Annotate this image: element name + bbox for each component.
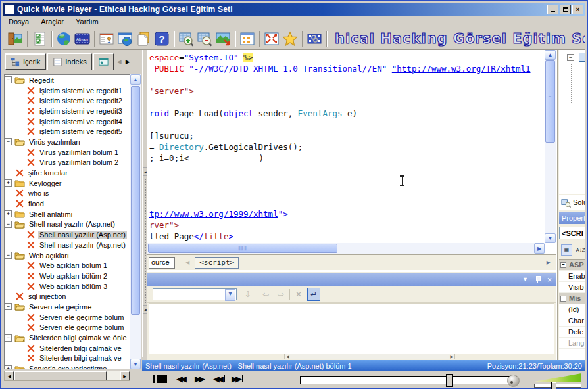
scroll-down-icon[interactable]: ▼ — [545, 233, 556, 243]
expand-plus-icon[interactable]: + — [5, 365, 12, 369]
tree-hscroll-thumb[interactable] — [14, 371, 107, 380]
property-row[interactable]: Char — [559, 315, 585, 327]
help-icon[interactable]: ? — [153, 30, 171, 48]
checklist-icon[interactable] — [30, 30, 49, 48]
expand-minus-icon[interactable]: − — [5, 221, 12, 228]
expand-plus-icon[interactable]: + — [5, 210, 12, 217]
tree-item[interactable]: işletim sistemi ve regedit2 — [5, 95, 130, 106]
scroll-right-icon[interactable]: ▶ — [120, 371, 130, 380]
word-wrap-icon[interactable]: ↵ — [307, 288, 320, 301]
tree-horizontal-scrollbar[interactable]: ◀ ▶ — [4, 371, 130, 381]
expand-minus-icon[interactable]: − — [5, 252, 12, 259]
tree-item[interactable]: Sitelerden bilgi çalmak ve — [5, 354, 130, 364]
tree-item[interactable]: flood — [5, 198, 130, 209]
tree-item[interactable]: −Regedit — [5, 75, 130, 85]
script-tag-button[interactable]: <script> — [195, 257, 239, 269]
new-document-icon[interactable] — [134, 30, 153, 48]
scroll-up-icon[interactable]: ▲ — [130, 74, 141, 85]
contact-card-icon[interactable] — [97, 30, 116, 48]
scroll-down-icon[interactable]: ▼ — [130, 359, 141, 369]
tree-item[interactable]: Web açıkları bölüm 1 — [5, 260, 130, 271]
clear-all-icon[interactable]: ✕ — [292, 288, 305, 301]
tree-item[interactable]: Shell nasıl yazılır (Asp.net) — [5, 240, 130, 250]
maximize-button[interactable] — [560, 5, 571, 14]
expand-plus-icon[interactable]: + — [5, 179, 12, 187]
tree-item[interactable]: −Web açıkları — [5, 250, 130, 261]
tree-item[interactable]: Web açıkları bölüm 3 — [5, 281, 130, 292]
tree-item[interactable]: işletim sistemi ve regedit1 — [5, 85, 130, 96]
property-row[interactable]: Lang — [559, 338, 585, 349]
scroll-left-icon[interactable]: ◀ — [286, 354, 289, 359]
tab-icerik[interactable]: İçerik — [5, 53, 46, 70]
tree-item[interactable]: +Server'a exe yerleştirme — [5, 363, 130, 369]
expand-minus-icon[interactable]: − — [5, 334, 12, 342]
panel-window-button[interactable] — [93, 53, 114, 70]
alphabetical-sort-icon[interactable]: A↓Z — [575, 244, 585, 256]
stop-button[interactable] — [159, 373, 167, 386]
tree-item[interactable]: Sitelerden bilgi çalmak ve — [5, 343, 130, 354]
tab-scroll-right[interactable]: ▶ — [124, 58, 132, 65]
property-row[interactable]: Defe — [559, 327, 585, 338]
menu-dosya[interactable]: Dosya — [3, 16, 35, 27]
tree-item[interactable]: −Serverı ele geçirme — [5, 302, 130, 312]
tag-next-icon[interactable]: ▶ — [547, 260, 551, 265]
fullscreen-icon[interactable] — [262, 30, 281, 48]
rewind-button[interactable]: ◀◀ — [176, 373, 187, 386]
tab-scroll-left[interactable]: ◀ — [115, 58, 124, 65]
tree-item[interactable]: +Shell anlatımı — [5, 209, 130, 219]
tree-item[interactable]: −Virüs yazılımları — [5, 137, 130, 147]
tree-item[interactable]: işletim sistemi ve regedit3 — [5, 106, 130, 116]
property-row[interactable]: (Id) — [559, 304, 585, 315]
scroll-up-icon[interactable]: ▲ — [545, 50, 556, 60]
expand-minus-icon[interactable]: − — [5, 138, 12, 145]
seek-thumb[interactable] — [446, 374, 453, 387]
source-tab[interactable]: ource — [149, 257, 175, 269]
minimize-button[interactable] — [547, 5, 558, 14]
subtitle-icon[interactable]: Altyazı — [73, 30, 91, 48]
expand-minus-icon[interactable]: − — [560, 296, 566, 302]
zoom-in-icon[interactable] — [177, 30, 195, 48]
globe-icon[interactable] — [55, 30, 73, 48]
goto-message-icon[interactable]: ⇩ — [241, 288, 255, 301]
tree-item[interactable]: Shell nasıl yazılır (Asp.net) — [5, 229, 130, 240]
scroll-right-icon[interactable]: ▶ — [534, 243, 545, 254]
tree-item[interactable]: Virüs yazılımları bölüm 1 — [5, 147, 130, 158]
star-favorite-icon[interactable] — [281, 30, 299, 48]
tree-item[interactable]: Web açıkları bölüm 2 — [5, 271, 130, 281]
tree-item[interactable]: Serverı ele geçirme bölüm — [5, 312, 130, 323]
tree-item[interactable]: Virüs yazılımları bölüm 2 — [5, 158, 130, 168]
expand-minus-icon[interactable]: − — [560, 262, 566, 268]
tree-item[interactable]: who is — [5, 189, 130, 199]
output-source-combo[interactable] — [153, 288, 237, 300]
next-message-icon[interactable]: ⇨ — [274, 288, 287, 301]
tab-indeks[interactable]: İndeks — [47, 53, 91, 70]
output-horizontal-scrollbar[interactable]: ◀▶ — [284, 354, 455, 359]
property-category[interactable]: −ASP — [559, 260, 585, 271]
prev-message-icon[interactable]: ⇦ — [259, 288, 272, 301]
property-category[interactable]: −Mis — [559, 293, 585, 304]
categorized-icon[interactable]: ▦ — [561, 244, 572, 256]
menu-araclar[interactable]: Araçlar — [35, 16, 70, 27]
properties-object-combo[interactable]: <SCRI — [559, 227, 585, 239]
expand-minus-icon[interactable]: − — [5, 76, 12, 83]
zoom-out-icon[interactable] — [195, 30, 214, 48]
scroll-left-icon[interactable]: ◀ — [5, 371, 14, 380]
brightness-dial[interactable] — [507, 375, 520, 387]
tree-item[interactable]: işletim sistemi ve regedit5 — [5, 126, 130, 137]
window-menu-icon[interactable]: ▼ — [522, 277, 528, 283]
tag-prev-icon[interactable]: ◀ — [175, 260, 195, 265]
tree-vertical-scrollbar[interactable]: ▲ ⋮ ▼ — [130, 74, 141, 369]
browser-globe-icon[interactable] — [116, 30, 134, 48]
close-panel-icon[interactable]: × — [547, 276, 552, 284]
image-export-icon[interactable] — [214, 30, 232, 48]
tree-item[interactable]: Serverı ele geçirme bölüm — [5, 323, 130, 333]
property-row[interactable]: Enab — [559, 271, 585, 282]
tree-item[interactable]: işletim sistemi ve regedit4 — [5, 116, 130, 127]
volume-slider[interactable] — [534, 384, 581, 388]
volume-thumb[interactable] — [551, 382, 556, 389]
property-row[interactable]: Visib — [559, 282, 585, 293]
skip-forward-button[interactable]: ▶▶ — [232, 373, 243, 386]
editor-horizontal-scrollbar[interactable]: ⦀⦀⦀ ▶ — [147, 243, 545, 254]
film-link-icon[interactable] — [305, 30, 324, 48]
seek-slider[interactable] — [300, 376, 517, 384]
